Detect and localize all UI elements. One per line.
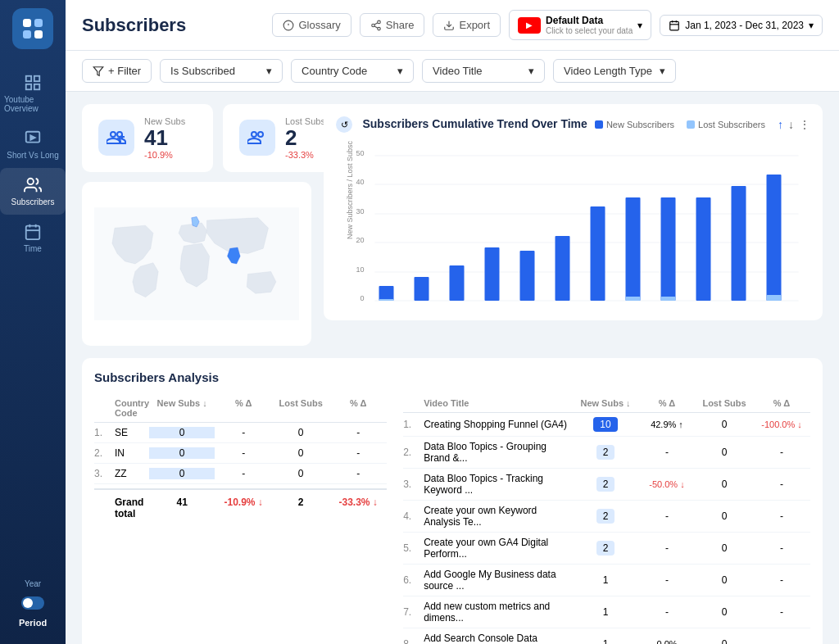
data-source-selector[interactable]: Default Data Click to select your data ▾ [509,10,651,40]
analysis-title: Subscribers Analysis [94,370,810,384]
new-subs-info: New Subs 41 -10.9% [144,116,185,160]
subscribed-filter[interactable]: Is Subscribed ▾ [160,59,283,83]
filter-button[interactable]: + Filter [82,59,152,83]
svg-rect-24 [670,21,679,29]
svg-point-19 [372,24,375,27]
chevron-down-icon: ▾ [809,20,814,31]
period-toggle[interactable] [21,596,44,610]
lost-subs-icon [239,120,275,156]
lost-subs-value: 2 [285,126,325,150]
video-table-header: Video Title New Subs ↓ % Δ Lost Subs % Δ [403,394,810,413]
chart-title-area: ↺ Subscribers Cumulative Trend Over Time [336,116,587,133]
lost-subs-info: Lost Subs 2 -33.3% [285,116,325,160]
svg-text:0: 0 [361,294,365,302]
svg-rect-53 [626,297,641,301]
new-subs-card: New Subs 41 -10.9% [82,104,213,172]
svg-rect-11 [26,226,40,240]
svg-rect-50 [556,236,570,301]
table-row: 1. SE 0 - 0 - [94,423,387,443]
col-header-pct: % Δ [215,398,272,418]
table-row: 3. Data Bloo Topics - Tracking Keyword .… [403,469,810,501]
country-analysis-table: Country Code New Subs ↓ % Δ Lost Subs % … [94,394,387,644]
table-row: 4. Create your own Keyword Analysis Te..… [403,501,810,533]
analysis-section: Subscribers Analysis Country Code New Su… [82,358,823,644]
world-map-svg [94,194,299,333]
svg-rect-49 [520,251,535,301]
trend-chart-card: ↺ Subscribers Cumulative Trend Over Time… [324,104,823,320]
country-code-filter[interactable]: Country Code ▾ [291,59,414,83]
chevron-down-icon: ▾ [528,65,534,77]
chart-up-icon[interactable]: ↑ [778,118,783,131]
chevron-down-icon: ▾ [266,65,272,77]
svg-text:10: 10 [356,265,365,274]
subscribed-label: Is Subscribed [170,65,235,77]
video-length-filter[interactable]: Video Length Type ▾ [553,59,676,83]
svg-rect-1 [23,30,31,39]
svg-point-18 [378,20,381,24]
header-actions: Glossary Share Export Default Data Click… [272,10,823,40]
export-label: Export [459,19,490,31]
lost-subs-change: -33.3% [285,150,325,160]
sidebar-bottom: Year Period [19,579,47,636]
svg-rect-6 [34,84,39,89]
export-button[interactable]: Export [433,13,501,37]
svg-rect-58 [767,175,782,301]
export-icon [443,20,455,31]
svg-rect-51 [591,206,605,301]
col-header-pct-v: % Δ [638,398,696,408]
chart-refresh-icon[interactable]: ↺ [336,116,352,133]
col-header-video: Video Title [424,398,573,408]
svg-rect-55 [661,297,676,301]
sidebar-item-youtube-overview[interactable]: Youtube Overview [0,66,66,121]
svg-point-20 [378,27,381,30]
svg-rect-44 [379,286,394,301]
video-title-filter[interactable]: Video Title ▾ [422,59,545,83]
table-row: 2. Data Bloo Topics - Grouping Brand &..… [403,437,810,469]
col-header-lostsubs-v: Lost Subs [696,398,753,408]
svg-rect-5 [34,76,39,81]
svg-rect-45 [379,299,394,301]
svg-rect-59 [767,295,782,301]
table-row: 8. Add Search Console Data Sources to ..… [403,628,810,644]
table-row: 1. Creating Shopping Funnel (GA4) 10 42.… [403,413,810,437]
page-header: Subscribers Glossary Share Export Defaul… [66,0,839,51]
video-title-label: Video Title [433,65,482,77]
sidebar-item-label: Youtube Overview [4,95,61,113]
sidebar-item-subscribers[interactable]: Subscribers [0,168,66,215]
subs-cell: 2 [596,445,615,460]
chevron-down-icon: ▾ [660,65,665,77]
chart-more-icon[interactable]: ⋮ [799,118,810,131]
svg-marker-9 [30,135,35,140]
svg-line-21 [374,25,378,27]
table-row: 6. Add Google My Business data source ..… [403,565,810,596]
col-header-newsubs[interactable]: New Subs ↓ [149,398,215,418]
svg-line-22 [374,22,378,24]
sidebar: Youtube Overview Short Vs Long Subscribe… [0,0,66,644]
col-header-pct2-v: % Δ [753,398,810,408]
main-content: Subscribers Glossary Share Export Defaul… [66,0,839,644]
share-button[interactable]: Share [360,13,425,37]
col-header-pct2: % Δ [329,398,387,418]
glossary-button[interactable]: Glossary [272,13,351,37]
legend-new-label: New Subscribers [606,120,674,129]
svg-rect-0 [23,19,31,27]
svg-rect-52 [626,197,641,301]
share-icon [370,20,382,31]
highlight-cell: 10 [593,417,618,432]
chart-title: Subscribers Cumulative Trend Over Time [362,117,587,130]
chart-header: ↺ Subscribers Cumulative Trend Over Time… [336,116,810,133]
date-range-selector[interactable]: Jan 1, 2023 - Dec 31, 2023 ▾ [660,15,823,36]
col-header-country: Country Code [115,398,149,418]
sidebar-item-short-vs-long[interactable]: Short Vs Long [0,121,66,168]
sidebar-item-time[interactable]: Time [0,215,66,261]
svg-text:30: 30 [356,207,365,215]
svg-rect-48 [485,247,500,301]
share-label: Share [386,19,415,31]
toggle-knob [23,598,33,608]
svg-rect-57 [732,186,746,301]
svg-rect-56 [696,197,711,301]
svg-text:40: 40 [356,178,365,186]
chevron-down-icon: ▾ [637,20,642,31]
chart-down-icon[interactable]: ↓ [788,118,794,131]
col-header-newsubs-v[interactable]: New Subs ↓ [573,398,638,408]
